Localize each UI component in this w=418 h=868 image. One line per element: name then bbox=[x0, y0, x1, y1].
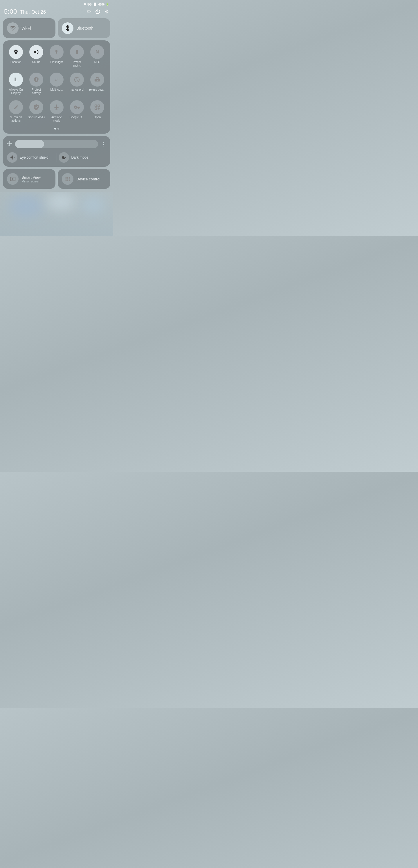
s-pen-icon bbox=[9, 100, 23, 114]
status-bar: ✱ 5G ▐▌ 45% 🔋 bbox=[0, 0, 113, 7]
location-icon bbox=[9, 45, 23, 59]
nfc-item[interactable]: N NFC bbox=[89, 45, 106, 67]
bluetooth-icon bbox=[62, 22, 73, 34]
protect-battery-icon bbox=[29, 73, 43, 87]
open-icon bbox=[90, 100, 104, 114]
airplane-item[interactable]: Airplane mode bbox=[48, 100, 65, 123]
svg-rect-4 bbox=[95, 108, 97, 110]
performance-item[interactable]: mance prof bbox=[68, 73, 86, 95]
performance-icon bbox=[70, 73, 84, 87]
quick-settings-grid: Location Sound Flashlight bbox=[3, 40, 110, 134]
device-control-tile[interactable]: Device control bbox=[58, 169, 110, 189]
date: Thu, Oct 26 bbox=[20, 9, 46, 14]
brightness-slider[interactable] bbox=[15, 140, 98, 148]
protect-battery-label: Protect battery bbox=[28, 88, 45, 95]
eye-comfort-icon bbox=[7, 152, 18, 163]
location-item[interactable]: Location bbox=[7, 45, 25, 67]
device-control-text: Device control bbox=[76, 177, 100, 181]
wireless-power-label: reless pow... bbox=[89, 88, 105, 92]
brightness-icon bbox=[7, 141, 12, 147]
blur-background bbox=[0, 192, 113, 236]
smart-view-label: Smart View bbox=[22, 175, 41, 180]
protect-battery-item[interactable]: Protect battery bbox=[28, 73, 45, 95]
wireless-power-icon bbox=[90, 73, 104, 87]
always-on-label: Always On Display bbox=[7, 88, 25, 95]
wifi-label: Wi-Fi bbox=[22, 26, 31, 31]
dark-mode-icon bbox=[59, 152, 69, 163]
wireless-power-item[interactable]: reless pow... bbox=[89, 73, 106, 95]
bottom-tiles-container: Smart View Mirror screen Device control bbox=[0, 169, 113, 192]
brightness-panel: ⋮ Eye comfort shield Dark mode bbox=[3, 136, 110, 167]
smart-view-tile[interactable]: Smart View Mirror screen bbox=[3, 169, 56, 189]
dot-1 bbox=[54, 128, 56, 130]
location-label: Location bbox=[10, 60, 22, 64]
battery-icon: 🔋 bbox=[106, 3, 109, 6]
power-saving-item[interactable]: Power saving bbox=[68, 45, 86, 67]
power-saving-icon bbox=[70, 45, 84, 59]
secure-wifi-item[interactable]: Secure Wi-Fi bbox=[28, 100, 45, 123]
blur-blob-2 bbox=[46, 193, 75, 211]
big-tiles-container: Wi-Fi Bluetooth bbox=[0, 18, 113, 40]
svg-rect-2 bbox=[95, 105, 97, 106]
grid-row-3: S Pen air actions Secure Wi-Fi Airplane … bbox=[6, 100, 107, 123]
comfort-divider bbox=[57, 153, 57, 162]
bluetooth-status-icon: ✱ bbox=[84, 2, 86, 6]
multi-connect-item[interactable]: Multi co... bbox=[48, 73, 65, 95]
smart-view-icon bbox=[7, 173, 19, 185]
svg-rect-3 bbox=[98, 105, 100, 106]
bluetooth-label: Bluetooth bbox=[76, 26, 94, 31]
s-pen-label: S Pen air actions bbox=[7, 116, 25, 123]
pagination-dots bbox=[6, 128, 107, 130]
s-pen-item[interactable]: S Pen air actions bbox=[7, 100, 25, 123]
dark-mode-label: Dark mode bbox=[71, 155, 89, 159]
google-one-label: Google O... bbox=[69, 116, 84, 119]
power-button[interactable]: ⏻ bbox=[95, 9, 100, 15]
flashlight-item[interactable]: Flashlight bbox=[48, 45, 65, 67]
network-type: 5G bbox=[87, 3, 92, 6]
open-item[interactable]: Open bbox=[89, 100, 106, 123]
dot-2 bbox=[58, 128, 59, 130]
wifi-icon bbox=[7, 22, 19, 34]
airplane-icon bbox=[50, 100, 64, 114]
comfort-row: Eye comfort shield Dark mode bbox=[7, 152, 106, 163]
performance-label: mance prof bbox=[70, 88, 84, 92]
sound-item[interactable]: Sound bbox=[28, 45, 45, 67]
flashlight-label: Flashlight bbox=[51, 60, 63, 64]
edit-button[interactable]: ✏ bbox=[87, 8, 91, 15]
grid-row-1: Location Sound Flashlight bbox=[6, 45, 107, 67]
device-control-icon bbox=[62, 173, 73, 185]
nfc-icon: N bbox=[90, 45, 104, 59]
smart-view-text: Smart View Mirror screen bbox=[22, 175, 41, 183]
brightness-control-row: ⋮ bbox=[7, 140, 106, 148]
wifi-tile[interactable]: Wi-Fi bbox=[3, 18, 56, 38]
always-on-icon: L bbox=[9, 73, 23, 87]
sound-icon bbox=[29, 45, 43, 59]
secure-wifi-label: Secure Wi-Fi bbox=[28, 116, 45, 119]
nfc-label: NFC bbox=[94, 60, 100, 64]
open-label: Open bbox=[94, 116, 101, 119]
flashlight-icon bbox=[50, 45, 64, 59]
brightness-more-button[interactable]: ⋮ bbox=[101, 141, 106, 147]
sound-label: Sound bbox=[32, 60, 41, 64]
eye-comfort-label: Eye comfort shield bbox=[20, 155, 49, 159]
multi-connect-icon bbox=[50, 73, 64, 87]
blur-blob-3 bbox=[81, 196, 104, 214]
signal-icon: ▐▌ bbox=[93, 3, 97, 6]
google-one-item[interactable]: Google O... bbox=[68, 100, 86, 123]
blur-blob-1 bbox=[9, 195, 43, 218]
secure-wifi-icon bbox=[29, 100, 43, 114]
device-control-label: Device control bbox=[76, 177, 100, 181]
clock: 5:00 bbox=[4, 8, 17, 15]
power-saving-label: Power saving bbox=[68, 60, 86, 67]
google-one-icon bbox=[70, 100, 84, 114]
smart-view-sub: Mirror screen bbox=[22, 180, 41, 183]
svg-point-0 bbox=[12, 30, 13, 31]
eye-comfort-item[interactable]: Eye comfort shield bbox=[7, 152, 55, 163]
time-date: 5:00 Thu, Oct 26 bbox=[4, 8, 46, 16]
grid-row-2: L Always On Display Protect battery Mult… bbox=[6, 73, 107, 95]
dark-mode-item[interactable]: Dark mode bbox=[59, 152, 106, 163]
always-on-item[interactable]: L Always On Display bbox=[7, 73, 25, 95]
settings-button[interactable]: ⚙ bbox=[104, 8, 109, 15]
brightness-fill bbox=[15, 140, 44, 148]
bluetooth-tile[interactable]: Bluetooth bbox=[58, 18, 110, 38]
